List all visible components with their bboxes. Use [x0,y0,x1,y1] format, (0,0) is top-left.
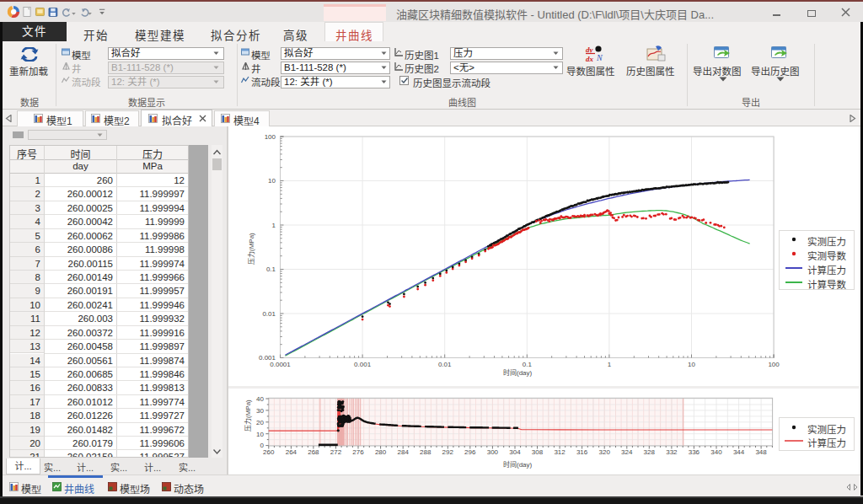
svg-text:316: 316 [576,448,588,456]
svg-text:308: 308 [532,448,544,456]
svg-text:336: 336 [689,448,700,456]
svg-text:40: 40 [256,395,264,403]
svg-text:272: 272 [330,448,342,456]
svg-text:260: 260 [263,448,275,456]
svg-text:30: 30 [256,407,264,415]
svg-text:284: 284 [398,448,410,456]
svg-text:300: 300 [487,448,499,456]
svg-text:268: 268 [308,448,319,456]
svg-text:340: 340 [710,448,722,456]
svg-text:304: 304 [509,448,521,456]
svg-text:276: 276 [352,448,364,456]
svg-text:320: 320 [599,448,611,456]
svg-text:10: 10 [256,431,264,438]
svg-text:332: 332 [666,448,678,456]
svg-text:324: 324 [621,448,633,456]
svg-text:264: 264 [286,448,297,456]
svg-text:20: 20 [256,419,264,426]
svg-text:292: 292 [442,448,454,456]
svg-text:280: 280 [375,448,387,456]
svg-text:312: 312 [554,448,566,456]
svg-text:296: 296 [464,448,476,456]
svg-text:288: 288 [420,448,432,456]
svg-text:328: 328 [644,448,656,456]
svg-text:348: 348 [755,448,767,456]
svg-text:344: 344 [733,448,745,456]
